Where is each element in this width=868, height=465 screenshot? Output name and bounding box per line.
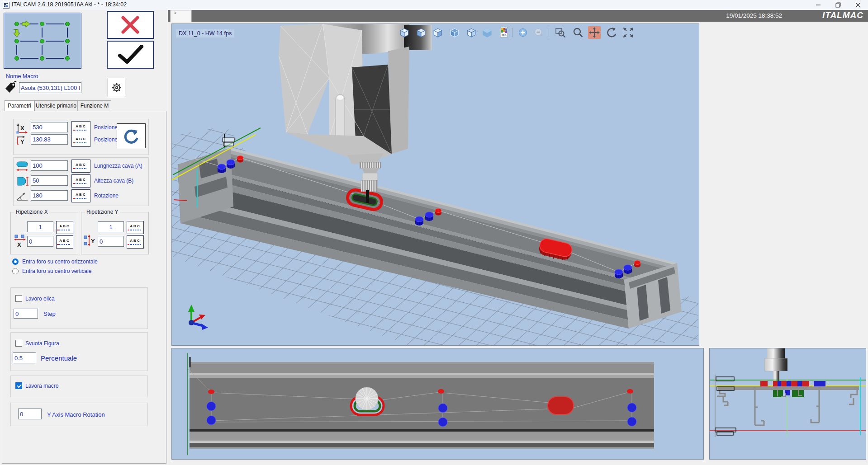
scene-3d: S E FRONT RIGHT [172, 24, 699, 345]
position-y-icon: Y [16, 135, 28, 146]
section-view-panel[interactable] [709, 348, 866, 460]
lavora-macro-checkbox[interactable] [15, 382, 22, 389]
nome-macro-input[interactable] [19, 82, 81, 93]
tab-parametri[interactable]: Parametri [5, 100, 34, 111]
zoom-in-button[interactable] [517, 26, 529, 39]
view-cube-edges-button[interactable] [465, 26, 478, 39]
cube-wire-icon [398, 27, 410, 38]
view-cube-render-button[interactable] [481, 26, 493, 39]
viewport-3d[interactable]: S E FRONT RIGHT DX 11_0 - HW 14 fps [171, 23, 699, 346]
jpg-label: JPG [501, 34, 507, 37]
ripetizione-x-offset-input[interactable] [27, 236, 53, 247]
posizione-x-input[interactable] [31, 122, 68, 132]
percentuale-input[interactable] [13, 352, 36, 363]
minimize-button[interactable] [808, 0, 828, 10]
pan-arrows-icon [588, 27, 600, 38]
zoom-button[interactable] [572, 26, 584, 39]
restore-button[interactable] [828, 0, 848, 10]
abc-dots [76, 130, 86, 131]
view-tab[interactable]: * [170, 10, 192, 22]
radio-centro-orizzontale-label: Entra foro su centro orizzontale [22, 258, 98, 265]
toolbar-separator [512, 28, 512, 37]
ripetizione-x-title: Ripetizione X [14, 209, 49, 215]
abc-label: ABC [76, 163, 86, 167]
ripetizione-y-offset-input[interactable] [98, 236, 124, 247]
abc-dots [76, 168, 86, 169]
section-view-drawing [710, 348, 866, 459]
zoom-out-icon [533, 27, 544, 38]
ripetizione-x-offset-abc-button[interactable]: ABC [56, 235, 73, 249]
rotate-macro-button[interactable] [117, 123, 146, 148]
ripetizione-x-abc-button[interactable]: ABC [56, 221, 73, 234]
altezza-cava-input[interactable] [31, 175, 68, 186]
rotazione-input[interactable] [31, 190, 68, 201]
view-cube-wire-button[interactable] [398, 26, 411, 39]
abc-dots [59, 230, 70, 230]
ripetizione-y-count-input[interactable] [98, 221, 124, 232]
svuota-figura-group: Svuota Figura Percentuale [10, 332, 148, 371]
tab-utensile-primario[interactable]: Utensile primario [34, 100, 78, 111]
svuota-figura-label: Svuota Figura [25, 340, 59, 347]
confirm-button[interactable] [107, 41, 154, 69]
svuota-figura-checkbox[interactable] [15, 340, 22, 347]
altezza-abc-button[interactable]: ABC [71, 174, 90, 188]
abc-dots [76, 142, 86, 143]
confirm-check-icon [114, 45, 146, 65]
clock-datetime: 19/01/2025 18:38:52 [726, 12, 782, 19]
abc-dots [130, 244, 141, 245]
app-icon [3, 2, 9, 9]
tab-funzione-label: Funzione M [81, 103, 109, 109]
cube-render-icon [481, 27, 493, 38]
radio-centro-verticale-label: Entra foro su centro verticale [22, 268, 91, 274]
view-cube-hidden-button[interactable] [415, 26, 427, 39]
app-window: ITALCAM 2.6.18 20190516A Aki - * - 18:34… [0, 0, 868, 465]
pan-button[interactable] [588, 26, 601, 39]
abc-dots [130, 230, 141, 230]
tab-page-parametri: X ABC Posizione X Y ABC Posizione Y [2, 111, 166, 464]
rotate-view-icon [606, 27, 617, 38]
viewport-name-chip: DX 11_0 - HW 14 fps [176, 29, 234, 38]
zoom-window-icon [555, 27, 566, 38]
y-axis-rotation-label: Y Axis Macro Rotation [47, 411, 105, 418]
abc-label: ABC [76, 178, 86, 182]
tab-funzione-m[interactable]: Funzione M [78, 100, 111, 111]
step-input[interactable] [14, 309, 38, 319]
view-cube-shaded-button[interactable] [432, 26, 444, 39]
radio-centro-orizzontale[interactable] [12, 258, 19, 265]
posizione-y-input[interactable] [31, 134, 68, 145]
radio-centro-verticale[interactable] [12, 268, 19, 274]
posizione-y-abc-button[interactable]: ABC [71, 134, 90, 147]
toolbar-separator [549, 28, 549, 37]
lavoro-elica-label: Lavoro elica [25, 296, 55, 302]
view-cube-solid-button[interactable] [448, 26, 461, 39]
cancel-button[interactable] [107, 11, 154, 39]
cancel-x-icon [118, 16, 143, 34]
lavoro-elica-checkbox[interactable] [15, 295, 22, 302]
lunghezza-cava-input[interactable] [31, 160, 68, 171]
percentuale-label: Percentuale [41, 354, 77, 362]
cube-hidden-icon [415, 27, 427, 38]
close-button[interactable] [848, 0, 868, 10]
ripetizione-y-title: Ripetizione Y [85, 209, 120, 215]
rotate-view-button[interactable] [605, 26, 618, 39]
macro-settings-button[interactable] [108, 78, 125, 97]
altezza-cava-label: Altezza cava (B) [94, 178, 133, 184]
ripetizione-y-abc-button[interactable]: ABC [127, 221, 144, 234]
export-jpg-button[interactable]: JPG [498, 26, 510, 39]
pattern-grid-icon [4, 13, 80, 67]
zoom-extents-button[interactable] [622, 26, 635, 39]
posizione-x-abc-button[interactable]: ABC [71, 121, 90, 134]
ripetizione-y-offset-abc-button[interactable]: ABC [127, 235, 144, 249]
lunghezza-abc-button[interactable]: ABC [71, 160, 90, 173]
zoom-window-button[interactable] [554, 26, 567, 39]
y-axis-rotation-input[interactable] [18, 409, 42, 419]
lunghezza-cava-label: Lunghezza cava (A) [94, 163, 142, 169]
abc-label: ABC [76, 137, 86, 141]
ripetizione-x-count-input[interactable] [27, 221, 53, 232]
rotate-arrow-icon [122, 127, 140, 145]
abc-label: ABC [76, 125, 86, 128]
top-view-panel[interactable] [171, 348, 704, 460]
abc-label: ABC [59, 225, 70, 228]
rotazione-abc-button[interactable]: ABC [71, 189, 90, 202]
zoom-out-button[interactable] [532, 26, 545, 39]
